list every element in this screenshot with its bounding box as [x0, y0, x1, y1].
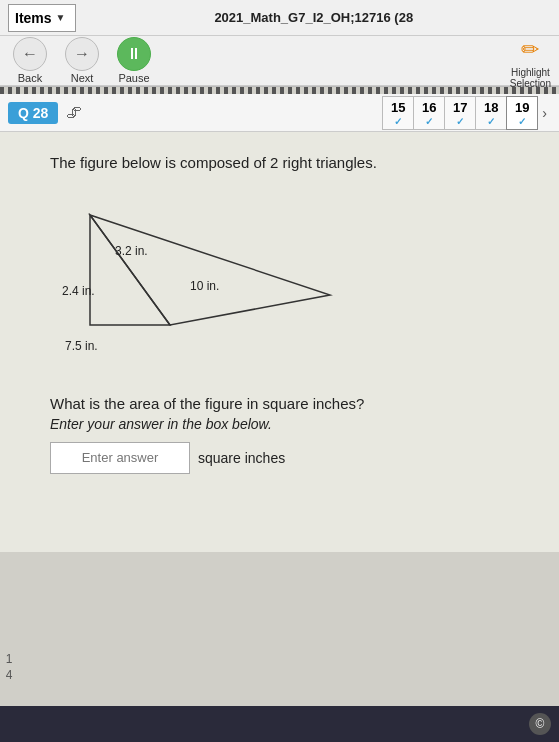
q-num-15-check: ✓: [394, 116, 402, 127]
pause-icon: ⏸: [117, 37, 151, 71]
q-num-16-check: ✓: [425, 116, 433, 127]
dropdown-arrow-icon: ▼: [56, 12, 66, 23]
answer-section: What is the area of the figure in square…: [50, 395, 529, 474]
back-button[interactable]: ← Back: [8, 37, 52, 84]
pause-button[interactable]: ⏸ Pause: [112, 37, 156, 84]
label-3-2: 3.2 in.: [115, 244, 148, 258]
pause-label: Pause: [118, 72, 149, 84]
label-10: 10 in.: [190, 279, 219, 293]
top-bar: Items ▼ 2021_Math_G7_I2_OH;12716 (28: [0, 0, 559, 36]
answer-instruction: Enter your answer in the box below.: [50, 416, 529, 432]
q-num-19-label: 19: [515, 100, 529, 115]
answer-input-row: square inches: [50, 442, 529, 474]
more-questions-icon[interactable]: ›: [538, 105, 551, 121]
q-num-17-check: ✓: [456, 116, 464, 127]
sidebar-num-1: 1: [0, 652, 18, 666]
q-num-18[interactable]: 18 ✓: [475, 96, 507, 130]
page-title: 2021_Math_G7_I2_OH;12716 (28: [76, 10, 551, 25]
copyright-icon: ©: [529, 713, 551, 735]
bottom-bar: ©: [0, 706, 559, 742]
highlight-icon: ✏: [513, 33, 547, 67]
q-num-19[interactable]: 19 ✓: [506, 96, 538, 130]
label-7-5: 7.5 in.: [65, 339, 98, 353]
bottom-sidebar: 1 4: [0, 652, 18, 682]
next-icon: →: [65, 37, 99, 71]
highlight-label: HighlightSelection: [510, 67, 551, 89]
label-2-4: 2.4 in.: [62, 284, 95, 298]
highlight-button[interactable]: ✏ HighlightSelection: [510, 33, 551, 89]
dotted-separator: [0, 86, 559, 94]
question-text: The figure below is composed of 2 right …: [50, 152, 529, 175]
q-num-16[interactable]: 16 ✓: [413, 96, 445, 130]
answer-input[interactable]: [50, 442, 190, 474]
items-dropdown[interactable]: Items ▼: [8, 4, 76, 32]
main-content: The figure below is composed of 2 right …: [0, 132, 559, 552]
q-num-17[interactable]: 17 ✓: [444, 96, 476, 130]
svg-marker-1: [90, 215, 330, 325]
items-label: Items: [15, 10, 52, 26]
q-num-15[interactable]: 15 ✓: [382, 96, 414, 130]
figure-svg: 3.2 in. 10 in. 2.4 in. 7.5 in.: [60, 195, 360, 375]
figure-container: 3.2 in. 10 in. 2.4 in. 7.5 in.: [60, 195, 360, 375]
question-badge: Q 28: [8, 102, 58, 124]
question-nav-numbers: 15 ✓ 16 ✓ 17 ✓ 18 ✓ 19 ✓ ›: [383, 96, 551, 130]
back-icon: ←: [13, 37, 47, 71]
sidebar-num-4: 4: [0, 668, 18, 682]
back-label: Back: [18, 72, 42, 84]
q-num-18-label: 18: [484, 100, 498, 115]
q-num-18-check: ✓: [487, 116, 495, 127]
nav-bar: ← Back → Next ⏸ Pause ✏ HighlightSelecti…: [0, 36, 559, 86]
next-label: Next: [71, 72, 94, 84]
question-header: Q 28 🖇 15 ✓ 16 ✓ 17 ✓ 18 ✓ 19 ✓ ›: [0, 94, 559, 132]
q-num-19-check: ✓: [518, 116, 526, 127]
answer-question: What is the area of the figure in square…: [50, 395, 529, 412]
q-num-16-label: 16: [422, 100, 436, 115]
paperclip-icon: 🖇: [66, 104, 82, 122]
q-num-17-label: 17: [453, 100, 467, 115]
next-button[interactable]: → Next: [60, 37, 104, 84]
answer-unit: square inches: [198, 450, 285, 466]
q-num-15-label: 15: [391, 100, 405, 115]
